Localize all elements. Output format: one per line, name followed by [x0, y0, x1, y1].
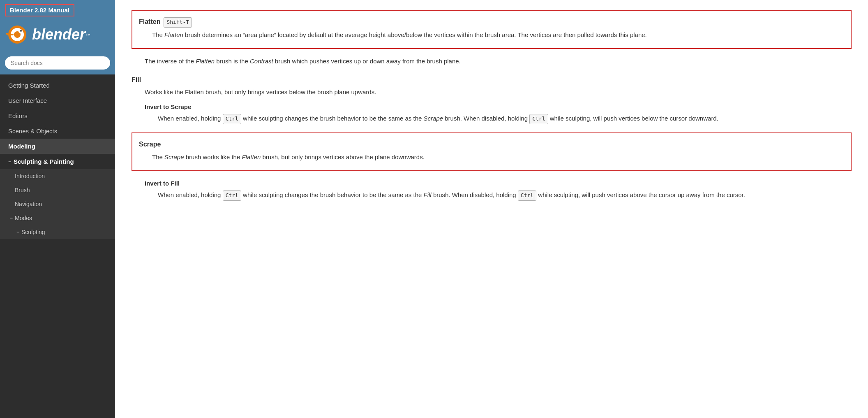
invert-to-fill-term: Invert to Fill [145, 179, 852, 188]
blender-brand-text: blender™ [32, 26, 90, 43]
invert-to-fill-section: Invert to Fill When enabled, holding Ctr… [132, 179, 852, 201]
sidebar-title: Blender 2.82 Manual [10, 7, 69, 14]
svg-point-4 [20, 30, 22, 32]
invert-to-scrape-desc: When enabled, holding Ctrl while sculpti… [158, 114, 852, 124]
ctrl-key-4: Ctrl [518, 190, 536, 201]
scrape-section-box: Scrape The Scrape brush works like the F… [132, 132, 852, 171]
svg-rect-6 [6, 33, 8, 35]
sculpting-collapse-icon: − [16, 229, 19, 235]
flatten-term-title: Flatten Shift-T [139, 16, 844, 28]
sidebar-item-brush[interactable]: Brush [0, 183, 115, 197]
sidebar-header: Blender 2.82 Manual blender™ [0, 0, 115, 53]
fill-section: Fill Works like the Flatten brush, but o… [132, 74, 852, 124]
flatten-shortcut: Shift-T [164, 17, 192, 28]
invert-to-fill-desc: When enabled, holding Ctrl while sculpti… [158, 190, 852, 201]
sidebar: Blender 2.82 Manual blender™ [0, 0, 115, 418]
ctrl-key-2: Ctrl [529, 114, 548, 124]
modes-label: Modes [15, 215, 32, 221]
sidebar-item-navigation[interactable]: Navigation [0, 197, 115, 211]
search-area [0, 53, 115, 74]
blender-logo-area: blender™ [5, 21, 110, 50]
sidebar-title-box: Blender 2.82 Manual [5, 4, 74, 16]
flatten-desc-1: The Flatten brush determines an “area pl… [152, 30, 844, 40]
sidebar-item-introduction[interactable]: Introduction [0, 169, 115, 183]
main-content: Flatten Shift-T The Flatten brush determ… [115, 0, 868, 418]
flatten-desc-2: The inverse of the Flatten brush is the … [145, 56, 852, 66]
ctrl-key-3: Ctrl [223, 190, 241, 201]
modes-collapse-icon: − [10, 215, 13, 221]
sidebar-item-sculpting-painting[interactable]: − Sculpting & Painting [0, 154, 115, 169]
blender-logo-icon [5, 23, 30, 46]
search-input[interactable] [5, 56, 110, 70]
sculpting-painting-label: Sculpting & Painting [14, 158, 74, 165]
fill-desc: Works like the Flatten brush, but only b… [145, 87, 852, 97]
fill-term: Fill [132, 74, 852, 85]
collapse-icon: − [8, 159, 11, 165]
invert-to-scrape-term: Invert to Scrape [145, 102, 852, 112]
sidebar-item-editors[interactable]: Editors [0, 108, 115, 123]
sidebar-item-modes[interactable]: − Modes [0, 211, 115, 225]
sidebar-item-user-interface[interactable]: User Interface [0, 93, 115, 108]
sidebar-item-modeling[interactable]: Modeling [0, 139, 115, 154]
sidebar-item-sculpting[interactable]: − Sculpting [0, 225, 115, 239]
scrape-term: Scrape [139, 139, 844, 150]
scrape-desc: The Scrape brush works like the Flatten … [152, 152, 844, 162]
sidebar-item-getting-started[interactable]: Getting Started [0, 78, 115, 93]
flatten-section-box: Flatten Shift-T The Flatten brush determ… [132, 10, 852, 49]
sidebar-item-scenes-objects[interactable]: Scenes & Objects [0, 123, 115, 139]
ctrl-key-1: Ctrl [223, 114, 241, 124]
nav-section: Getting Started User Interface Editors S… [0, 74, 115, 418]
flatten-term: Flatten [139, 16, 160, 27]
sculpting-label: Sculpting [21, 229, 45, 235]
